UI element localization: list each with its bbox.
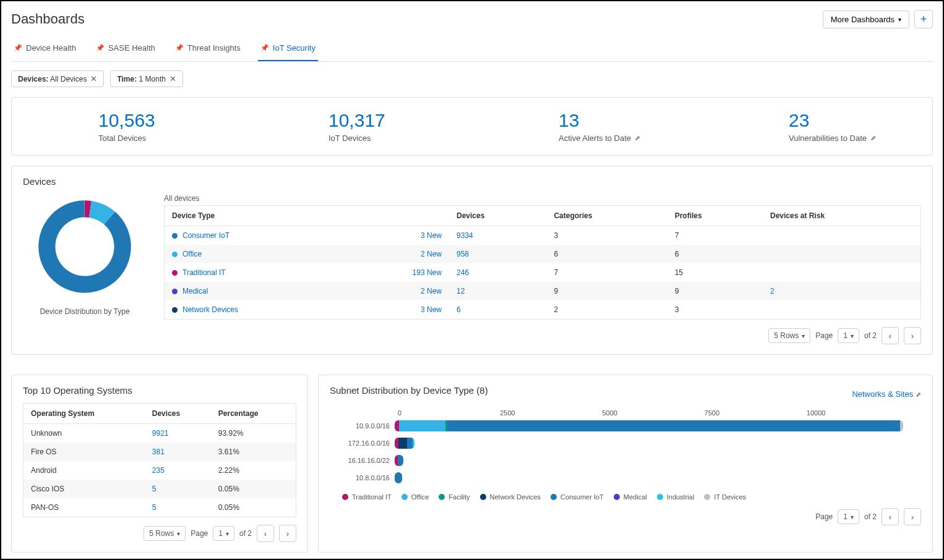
rows-per-page-label: 5 Rows — [149, 529, 174, 538]
new-count-link[interactable]: 2 New — [421, 250, 442, 258]
legend-label: Traditional IT — [352, 493, 392, 501]
legend-item: Facility — [439, 493, 470, 501]
os-name: Fire OS — [24, 443, 145, 461]
stat-value: 23 — [789, 110, 932, 131]
axis-tick: 7500 — [705, 409, 807, 417]
device-type-link[interactable]: Consumer IoT — [182, 231, 230, 240]
legend-item: Network Devices — [480, 493, 541, 501]
bar-segment-consumer-iot — [398, 455, 403, 466]
bar-row: 10.9.0.0/16 — [330, 420, 909, 431]
page-select[interactable]: 1 ▾ — [213, 526, 234, 541]
prev-page-button[interactable]: ‹ — [257, 525, 274, 542]
pin-icon: 📌 — [14, 44, 22, 52]
prev-page-button[interactable]: ‹ — [882, 508, 899, 525]
stat-label[interactable]: Active Alerts to Date ⬈ — [559, 134, 702, 143]
color-dot — [172, 233, 178, 239]
stats-card: 10,563Total Devices10,317IoT Devices13Ac… — [11, 97, 933, 156]
plus-icon: + — [920, 13, 927, 26]
categories-cell: 3 — [546, 226, 667, 245]
legend-item: Traditional IT — [342, 493, 392, 501]
devices-count-link[interactable]: 246 — [457, 268, 469, 277]
rows-per-page-select[interactable]: 5 Rows ▾ — [768, 328, 810, 343]
filter-chip[interactable]: Devices: All Devices✕ — [11, 70, 104, 87]
devices-pager: 5 Rows ▾ Page 1 ▾ of 2 ‹ › — [164, 327, 921, 344]
page-of-label: of 2 — [864, 512, 877, 521]
categories-cell: 2 — [546, 300, 667, 320]
device-type-link[interactable]: Medical — [182, 287, 208, 295]
os-devices-link[interactable]: 381 — [152, 448, 165, 456]
risk-link[interactable]: 2 — [770, 287, 775, 295]
devices-count-link[interactable]: 6 — [457, 305, 461, 314]
stat-label[interactable]: Vulnerabilities to Date ⬈ — [789, 134, 932, 143]
tab-threat-insights[interactable]: 📌Threat Insights — [173, 37, 243, 61]
devices-table-subtitle: All devices — [164, 194, 921, 203]
os-devices-link[interactable]: 5 — [152, 485, 157, 493]
external-link-icon: ⬈ — [870, 134, 876, 142]
stat-label: IoT Devices — [328, 134, 472, 143]
devices-card-title: Devices — [23, 176, 921, 187]
new-count-link[interactable]: 3 New — [421, 305, 442, 314]
filter-label: Time: 1 Month — [117, 75, 166, 83]
categories-cell: 9 — [546, 282, 667, 300]
devices-count-link[interactable]: 9334 — [457, 231, 473, 240]
table-row: Consumer IoT3 New933437 — [165, 226, 921, 245]
os-devices-link[interactable]: 9921 — [152, 429, 169, 438]
legend-label: Facility — [448, 493, 470, 501]
axis-tick: 2500 — [500, 409, 602, 417]
legend-dot — [657, 494, 663, 500]
profiles-cell: 3 — [667, 300, 763, 320]
os-devices-link[interactable]: 5 — [152, 503, 157, 512]
os-name: Cisco IOS — [24, 480, 145, 498]
device-type-link[interactable]: Network Devices — [182, 305, 238, 314]
legend-label: IT Devices — [714, 493, 746, 501]
devices-count-link[interactable]: 12 — [457, 287, 465, 295]
tab-sase-health[interactable]: 📌SASE Health — [93, 37, 158, 61]
tab-iot-security[interactable]: 📌IoT Security — [258, 37, 318, 61]
axis-tick: 0 — [398, 409, 500, 417]
devices-count-link[interactable]: 958 — [457, 250, 469, 258]
legend-dot — [614, 494, 620, 500]
legend-item: Medical — [614, 493, 647, 501]
new-count-link[interactable]: 3 New — [421, 231, 442, 240]
stat-block: 10,317IoT Devices — [242, 110, 472, 143]
new-count-link[interactable]: 193 New — [413, 268, 442, 277]
page-select[interactable]: 1 ▾ — [838, 509, 859, 524]
pin-icon: 📌 — [175, 44, 184, 52]
page-select[interactable]: 1 ▾ — [838, 328, 859, 343]
networks-sites-link[interactable]: Networks & Sites ⬈ — [852, 389, 921, 399]
chevron-left-icon: ‹ — [264, 529, 267, 538]
chevron-right-icon: › — [286, 529, 289, 538]
add-dashboard-button[interactable]: + — [914, 10, 933, 28]
os-pct: 0.05% — [211, 480, 296, 498]
new-count-link[interactable]: 2 New — [421, 287, 442, 295]
filter-chip[interactable]: Time: 1 Month✕ — [110, 70, 183, 87]
column-header: Profiles — [667, 206, 763, 226]
prev-page-button[interactable]: ‹ — [882, 327, 899, 344]
color-dot — [172, 252, 178, 257]
legend-item: Consumer IoT — [551, 493, 604, 501]
tab-device-health[interactable]: 📌Device Health — [11, 37, 79, 61]
bar-label: 16.16.16.0/22 — [330, 457, 395, 464]
close-icon[interactable]: ✕ — [169, 74, 176, 83]
bar-segment-consumer-iot — [447, 420, 900, 431]
rows-per-page-select[interactable]: 5 Rows ▾ — [144, 526, 186, 541]
next-page-button[interactable]: › — [279, 525, 296, 542]
chevron-left-icon: ‹ — [889, 512, 891, 522]
column-header: Operating System — [24, 404, 145, 424]
color-dot — [172, 289, 178, 294]
next-page-button[interactable]: › — [904, 327, 921, 344]
device-type-link[interactable]: Office — [182, 250, 202, 258]
legend-label: Office — [411, 493, 429, 501]
table-row: Medical2 New12992 — [165, 282, 921, 300]
os-devices-link[interactable]: 235 — [152, 466, 165, 475]
device-type-link[interactable]: Traditional IT — [182, 268, 226, 277]
table-row: Cisco IOS50.05% — [24, 480, 296, 498]
page-title: Dashboards — [11, 11, 85, 27]
close-icon[interactable]: ✕ — [90, 74, 97, 83]
pin-icon: 📌 — [260, 44, 269, 52]
next-page-button[interactable]: › — [904, 508, 921, 525]
os-pct: 0.05% — [211, 498, 296, 517]
top-os-card: Top 10 Operating Systems Operating Syste… — [11, 375, 308, 553]
legend-item: IT Devices — [704, 493, 746, 501]
more-dashboards-button[interactable]: More Dashboards ▾ — [823, 11, 909, 28]
